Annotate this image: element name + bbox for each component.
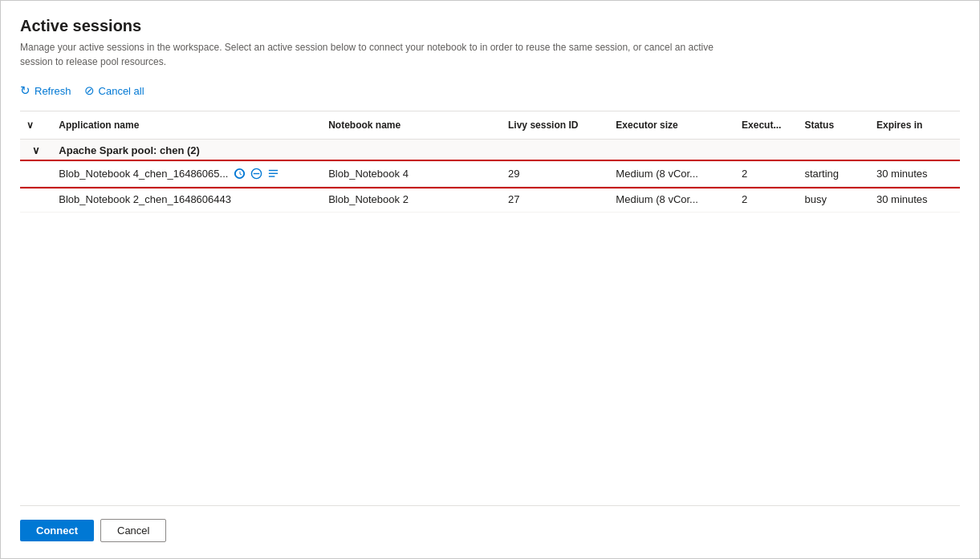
col-notebook-name: Notebook name: [322, 111, 502, 140]
refresh-icon: ↻: [20, 83, 30, 98]
cancel-all-button[interactable]: ⊘ Cancel all: [84, 80, 144, 101]
connect-session-icon[interactable]: [233, 168, 246, 180]
sessions-table-container: ∨ Application name Notebook name Livy se…: [20, 111, 960, 499]
col-expires-in: Expires in: [870, 111, 960, 140]
livy-session-id-cell: 29: [502, 161, 609, 187]
executor-size-cell: Medium (8 vCor...: [609, 187, 735, 213]
toolbar: ↻ Refresh ⊘ Cancel all: [20, 80, 960, 101]
sessions-table: ∨ Application name Notebook name Livy se…: [20, 111, 960, 213]
table-body: ∨ Apache Spark pool: chen (2) Blob_Noteb…: [20, 140, 960, 213]
executor-count-cell: 2: [735, 187, 798, 213]
col-executor-size: Executor size: [609, 111, 735, 140]
cancel-all-icon: ⊘: [84, 83, 95, 98]
app-name-text: Blob_Notebook 4_chen_16486065...: [59, 168, 228, 180]
group-name: Apache Spark pool: chen (2): [52, 140, 960, 162]
status-cell: busy: [798, 187, 870, 213]
view-logs-icon[interactable]: [266, 168, 280, 180]
table-row[interactable]: Blob_Notebook 4_chen_16486065... Blob_No…: [20, 161, 960, 187]
notebook-name-cell: Blob_Notebook 4: [322, 161, 502, 187]
col-expand: ∨: [20, 111, 52, 140]
livy-session-id-cell: 27: [502, 187, 609, 213]
app-name-cell: Blob_Notebook 4_chen_16486065...: [52, 161, 322, 187]
notebook-name-cell: Blob_Notebook 2: [322, 187, 502, 213]
expires-in-cell: 30 minutes: [870, 187, 960, 213]
page-title: Active sessions: [20, 17, 960, 35]
expires-in-cell: 30 minutes: [870, 161, 960, 187]
footer-cancel-button[interactable]: Cancel: [100, 519, 166, 542]
svg-rect-3: [269, 173, 278, 174]
col-app-name: Application name: [52, 111, 322, 140]
table-header-row: ∨ Application name Notebook name Livy se…: [20, 111, 960, 140]
table-row[interactable]: Blob_Notebook 2_chen_1648606443 Blob_Not…: [20, 187, 960, 213]
active-sessions-dialog: Active sessions Manage your active sessi…: [0, 0, 980, 559]
row-select-cell: [20, 187, 52, 213]
app-name-text: Blob_Notebook 2_chen_1648606443: [59, 193, 231, 205]
executor-size-cell: Medium (8 vCor...: [609, 161, 735, 187]
svg-rect-4: [269, 176, 275, 176]
group-header-row: ∨ Apache Spark pool: chen (2): [20, 140, 960, 162]
svg-rect-2: [269, 170, 278, 171]
col-executor-count: Execut...: [735, 111, 798, 140]
connect-button[interactable]: Connect: [20, 520, 94, 541]
col-status: Status: [798, 111, 870, 140]
group-chevron[interactable]: ∨: [20, 140, 52, 162]
row-select-cell: [20, 161, 52, 187]
col-livy-session-id: Livy session ID: [502, 111, 609, 140]
cancel-session-icon[interactable]: [250, 168, 263, 180]
app-name-cell: Blob_Notebook 2_chen_1648606443: [52, 187, 322, 213]
expand-all-chevron[interactable]: ∨: [26, 119, 34, 131]
status-cell: starting: [798, 161, 870, 187]
dialog-footer: Connect Cancel: [20, 505, 960, 558]
page-description: Manage your active sessions in the works…: [20, 40, 742, 69]
executor-count-cell: 2: [735, 161, 798, 187]
row-action-icons: [233, 168, 280, 180]
refresh-button[interactable]: ↻ Refresh: [20, 80, 71, 101]
